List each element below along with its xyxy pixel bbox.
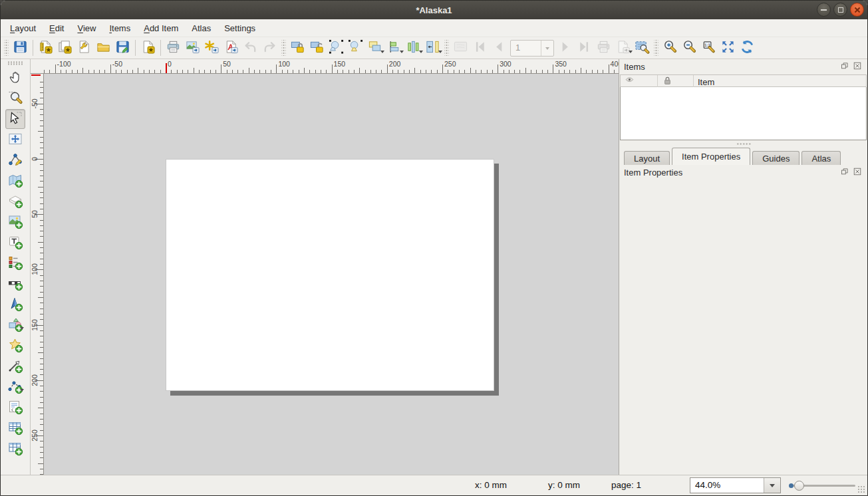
zoom-slider-handle[interactable]: [794, 481, 804, 491]
menu-settings[interactable]: Settings: [217, 21, 262, 36]
ruler-tick: [409, 70, 410, 73]
minimize-button[interactable]: [817, 3, 831, 17]
toolbar-drag-handle[interactable]: [4, 40, 9, 56]
toolbar-drag-handle[interactable]: [654, 40, 658, 56]
align-selected-items-button[interactable]: [384, 39, 404, 58]
add-fixed-table-tool[interactable]: [5, 439, 25, 459]
toolbox-drag-handle[interactable]: [7, 61, 23, 65]
select-move-item-tool[interactable]: [5, 109, 25, 129]
toolbar-drag-handle[interactable]: [281, 40, 286, 56]
ruler-tick: [470, 68, 471, 73]
export-as-svg-button[interactable]: [202, 39, 221, 58]
move-item-content-tool[interactable]: [5, 130, 25, 150]
add-3d-map-tool[interactable]: [5, 191, 25, 211]
items-panel-titlebar: Items: [619, 59, 867, 74]
item-toolbox: [1, 59, 31, 475]
add-items-from-template-button[interactable]: [94, 39, 113, 58]
add-pages-icon: [140, 39, 156, 57]
ruler-tick: [326, 70, 327, 73]
layout-page[interactable]: [166, 159, 494, 391]
ungroup-items-button[interactable]: [346, 39, 365, 58]
toolbar-drag-handle[interactable]: [444, 40, 449, 56]
distribute-selected-items-button[interactable]: [404, 39, 423, 58]
print-layout-button[interactable]: [164, 39, 183, 58]
panel-splitter[interactable]: [619, 140, 867, 148]
add-html-tool[interactable]: [5, 398, 25, 418]
item-properties-float-button[interactable]: [839, 168, 850, 178]
tab-item-properties[interactable]: Item Properties: [672, 148, 750, 165]
tab-guides[interactable]: Guides: [752, 151, 799, 165]
titlebar[interactable]: *Alaska1: [1, 1, 867, 19]
group-items-button[interactable]: [327, 39, 346, 58]
add-scale-bar-tool[interactable]: [5, 274, 25, 294]
maximize-button[interactable]: [833, 3, 847, 17]
ruler-label: 200: [31, 367, 39, 394]
resize-selected-items-button[interactable]: [423, 39, 442, 58]
resize-grip[interactable]: [857, 485, 865, 493]
ruler-tick: [40, 374, 43, 375]
add-map-tool[interactable]: [5, 171, 25, 191]
export-as-image-button[interactable]: [183, 39, 202, 58]
tab-layout[interactable]: Layout: [624, 151, 670, 165]
unlock-all-items-button[interactable]: [307, 39, 327, 58]
items-panel-float-button[interactable]: [839, 62, 850, 72]
zoom-actual-size-button[interactable]: 1:1: [699, 39, 718, 58]
edit-nodes-item-tool[interactable]: [5, 150, 25, 170]
ruler-tick: [40, 441, 43, 441]
add-label-tool[interactable]: [5, 233, 25, 253]
lock-selected-items-button[interactable]: [288, 39, 307, 58]
close-button[interactable]: [850, 3, 864, 17]
save-as-template-button[interactable]: [113, 39, 132, 58]
add-arrow-tool[interactable]: [5, 356, 25, 376]
menu-add-item[interactable]: Add Item: [137, 21, 185, 36]
pan-layout-tool[interactable]: [5, 68, 25, 88]
new-layout-button[interactable]: [36, 39, 55, 58]
tab-atlas[interactable]: Atlas: [801, 151, 841, 165]
zoom-combo-dropdown-icon[interactable]: [764, 478, 780, 493]
edit-nodes-item-icon: [7, 152, 23, 170]
layout-canvas[interactable]: [44, 74, 619, 475]
ruler-tick: [61, 70, 61, 73]
add-picture-tool[interactable]: [5, 212, 25, 232]
add-node-item-tool[interactable]: [5, 377, 25, 397]
ruler-tick: [40, 469, 43, 469]
save-project-button[interactable]: [11, 39, 30, 58]
layout-manager-icon: [76, 39, 92, 57]
zoom-out-button[interactable]: [680, 39, 699, 58]
menu-layout[interactable]: Layout: [3, 21, 43, 36]
menu-items[interactable]: Items: [102, 21, 137, 36]
add-north-arrow-tool[interactable]: [5, 295, 25, 314]
items-list[interactable]: [620, 87, 867, 140]
zoom-level-combobox[interactable]: 44.0%: [690, 477, 781, 493]
menu-atlas[interactable]: Atlas: [185, 21, 217, 36]
items-panel-close-button[interactable]: [852, 62, 863, 72]
refresh-view-button[interactable]: [738, 39, 757, 58]
ruler-tick: [448, 70, 448, 73]
add-shape-tool[interactable]: [5, 315, 25, 335]
add-pages-button[interactable]: [138, 39, 158, 58]
add-marker-tool[interactable]: [5, 336, 25, 356]
ruler-label: -50: [112, 60, 122, 68]
zoom-full-button[interactable]: [718, 39, 738, 58]
zoom-slider[interactable]: [791, 485, 855, 487]
print-atlas-button: [594, 39, 613, 58]
export-as-pdf-button[interactable]: [221, 39, 241, 58]
ruler-tick: [40, 247, 43, 248]
zoom-tool-tool[interactable]: [5, 88, 25, 108]
zoom-in-button[interactable]: [660, 39, 680, 58]
item-properties-close-button[interactable]: [852, 168, 863, 178]
zoom-in-icon: [662, 39, 678, 57]
ruler-tick: [40, 286, 43, 287]
ruler-tick: [564, 70, 565, 73]
close-icon: [854, 7, 861, 13]
add-legend-tool[interactable]: [5, 253, 25, 273]
raise-selected-items-button[interactable]: [365, 39, 384, 58]
add-attribute-table-tool[interactable]: [5, 418, 25, 438]
layout-manager-button[interactable]: [74, 39, 94, 58]
atlas-settings-button[interactable]: [633, 39, 652, 58]
resize-selected-items-icon: [425, 39, 440, 57]
menu-view[interactable]: View: [71, 21, 102, 36]
menu-edit[interactable]: Edit: [43, 21, 71, 36]
duplicate-layout-button[interactable]: [55, 39, 74, 58]
ruler-tick: [40, 181, 43, 182]
